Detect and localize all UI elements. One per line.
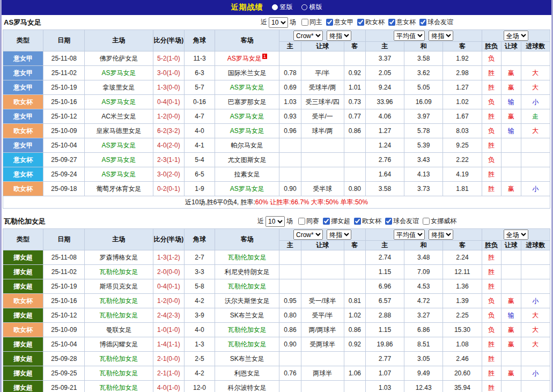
home-team[interactable]: 瓦勒伦加女足 <box>85 381 153 392</box>
col-handicap-result: 让球 <box>501 42 521 51</box>
scope-select[interactable]: 全场 <box>504 230 528 240</box>
checkbox-input[interactable] <box>323 218 330 225</box>
filter-checkbox-4[interactable]: 球会友谊 <box>419 18 453 27</box>
away-team[interactable]: AS罗马女足 <box>215 109 279 124</box>
corner-count: 2-5 <box>184 352 215 366</box>
scope-select[interactable]: 全场 <box>504 31 528 41</box>
handicap-result: 赢 <box>501 182 521 196</box>
match-row: 意女杯25-09-27AS罗马女足2-3(1-1)5-4尤文图斯女足2.763.… <box>3 153 550 167</box>
home-team[interactable]: 瓦勒伦加女足 <box>85 308 153 323</box>
home-team[interactable]: AS罗马女足 <box>85 95 153 109</box>
match-count-select[interactable]: 10 <box>269 17 288 28</box>
home-team[interactable]: 斯塔贝克女足 <box>85 279 153 294</box>
checkbox-input[interactable] <box>423 218 430 225</box>
checkbox-input[interactable] <box>298 218 305 225</box>
odds-stage-select[interactable]: 终指 <box>327 31 351 41</box>
checkbox-input[interactable] <box>326 19 333 26</box>
home-team[interactable]: 瓦勒伦加女足 <box>85 265 153 279</box>
checkbox-input[interactable] <box>301 19 308 26</box>
filter-checkbox-1[interactable]: 挪女超 <box>323 217 350 226</box>
final-score: 4-0(1-0) <box>153 381 184 392</box>
home-team[interactable]: 瓦勒伦加女足 <box>85 294 153 308</box>
away-team[interactable]: AS罗马女足1 <box>215 51 279 66</box>
filter-checkbox-4[interactable]: 女挪威杯 <box>423 217 456 226</box>
recent-results-table: 类型 日期 主场 比分(半场) 角球 客场 Crow* 终指 平均值 终指 <box>3 29 550 209</box>
home-team[interactable]: AC米兰女足 <box>85 109 153 124</box>
avg-home-odds: 1.07 <box>365 366 404 381</box>
avg-away-odds: 12.11 <box>443 265 482 279</box>
away-team[interactable]: 巴塞罗那女足 <box>215 95 279 109</box>
away-team[interactable]: 瓦勒伦加女足 <box>215 279 279 294</box>
away-team[interactable]: AS罗马女足 <box>215 182 279 196</box>
away-team[interactable]: 国际米兰女足 <box>215 66 279 80</box>
table-head: 类型 日期 主场 比分(半场) 角球 客场 Crow* 终指 平均值 终指 <box>3 229 550 250</box>
odds-stage-select[interactable]: 终指 <box>327 230 351 240</box>
away-team[interactable]: 瓦勒伦加女足 <box>215 337 279 352</box>
filter-checkbox-0[interactable]: 同赛 <box>298 217 319 226</box>
away-team[interactable]: 利尼史特朗女足 <box>215 265 279 279</box>
handicap-away-odds <box>344 167 365 182</box>
away-team[interactable]: 拉素女足 <box>215 167 279 182</box>
handicap-away-odds: 0.92 <box>344 66 365 80</box>
away-team[interactable]: SK布兰女足 <box>215 308 279 323</box>
home-team[interactable]: 葡萄牙体育女足 <box>85 182 153 196</box>
layout-radio-1[interactable]: 横版 <box>301 3 322 12</box>
avg-home-odds: 4.06 <box>365 109 404 124</box>
checkbox-input[interactable] <box>388 19 395 26</box>
checkbox-input[interactable] <box>385 218 392 225</box>
filter-checkbox-3[interactable]: 球会友谊 <box>385 217 419 226</box>
avg-away-odds: 1.67 <box>443 109 482 124</box>
home-team[interactable]: 皇家马德里女足 <box>85 124 153 138</box>
away-team[interactable]: AS罗马女足 <box>215 80 279 95</box>
average-odds-select[interactable]: 平均值 <box>394 230 425 240</box>
away-team[interactable]: 利恩女足 <box>215 366 279 381</box>
team-title: 瓦勒伦加女足 <box>4 217 165 226</box>
home-team[interactable]: 罗森博格女足 <box>85 250 153 265</box>
odds-stage-select-2[interactable]: 终指 <box>429 230 453 240</box>
filter-bar: 近 10 场 同主意女甲欧女杯意女杯球会友谊 <box>165 17 549 28</box>
home-team[interactable]: 佛罗伦萨女足 <box>85 51 153 66</box>
bookmaker-select[interactable]: Crow* <box>293 230 323 240</box>
checkbox-input[interactable] <box>357 19 364 26</box>
layout-radio-0[interactable]: 竖版 <box>272 3 293 12</box>
away-team[interactable]: AS罗马女足 <box>215 124 279 138</box>
away-team[interactable]: 尤文图斯女足 <box>215 153 279 167</box>
league-badge: 意女甲 <box>3 109 43 124</box>
away-team[interactable]: 瓦勒伦加女足 <box>215 250 279 265</box>
league-badge: 欧女杯 <box>3 124 43 138</box>
home-team[interactable]: 博德闪耀女足 <box>85 337 153 352</box>
home-team[interactable]: AS罗马女足 <box>85 66 153 80</box>
bookmaker-select[interactable]: Crow* <box>293 31 323 41</box>
checkbox-input[interactable] <box>354 218 361 225</box>
filter-checkbox-2[interactable]: 欧女杯 <box>354 217 381 226</box>
away-team[interactable]: 瓦勒伦加女足 <box>215 323 279 337</box>
avg-away-odds: 2.46 <box>443 352 482 366</box>
home-team[interactable]: 瓦勒伦加女足 <box>85 366 153 381</box>
away-team[interactable]: 帕尔马女足 <box>215 138 279 153</box>
league-badge: 意女甲 <box>3 138 43 153</box>
checkbox-input[interactable] <box>419 19 426 26</box>
home-team[interactable]: 瓦勒伦加女足 <box>85 352 153 366</box>
match-count-select[interactable]: 10 <box>266 216 285 227</box>
filter-checkbox-1[interactable]: 意女甲 <box>326 18 353 27</box>
match-date: 25-10-19 <box>43 279 85 294</box>
home-team[interactable]: AS罗马女足 <box>85 153 153 167</box>
home-team[interactable]: AS罗马女足 <box>85 167 153 182</box>
col-handicap-home: 主 <box>279 42 301 51</box>
away-team[interactable]: SK布兰女足 <box>215 352 279 366</box>
handicap-line: 球半/两 <box>301 124 344 138</box>
filter-checkbox-3[interactable]: 意女杯 <box>388 18 416 27</box>
handicap-home-odds: 0.78 <box>279 66 301 80</box>
filter-checkbox-0[interactable]: 同主 <box>301 18 322 27</box>
away-team[interactable]: 沃尔夫斯堡女足 <box>215 294 279 308</box>
handicap-away-odds: 0.77 <box>344 109 365 124</box>
home-team[interactable]: 曼联女足 <box>85 323 153 337</box>
home-team[interactable]: AS罗马女足 <box>85 138 153 153</box>
over-under-result: 小 <box>521 294 550 308</box>
away-team[interactable]: 科尔波特女足 <box>215 381 279 392</box>
home-team[interactable]: 拿玻里女足 <box>85 80 153 95</box>
avg-home-odds: 33.96 <box>365 95 404 109</box>
average-odds-select[interactable]: 平均值 <box>394 31 425 41</box>
filter-checkbox-2[interactable]: 欧女杯 <box>357 18 385 27</box>
odds-stage-select-2[interactable]: 终指 <box>429 31 453 41</box>
